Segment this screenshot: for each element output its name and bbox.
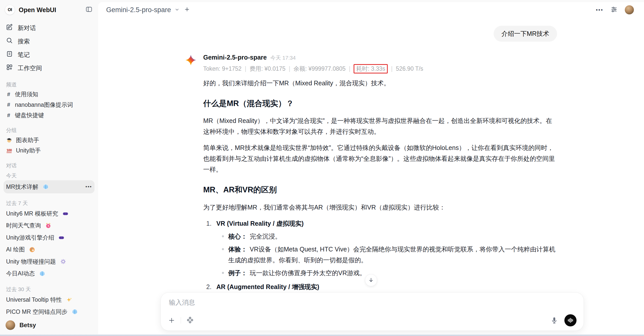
- list-title: AR (Augmented Reality / 增强现实): [216, 281, 319, 292]
- arrow-down-icon: [368, 277, 374, 284]
- channel-item[interactable]: # 键盘快捷键: [4, 110, 95, 120]
- composer-right: [550, 314, 577, 326]
- group-item[interactable]: Unity助手: [4, 145, 95, 156]
- hash-icon: #: [6, 112, 11, 119]
- user-avatar: [6, 320, 15, 330]
- chat-item[interactable]: 时间天气查询: [4, 220, 95, 231]
- sidebar-toggle-button[interactable]: [85, 6, 93, 14]
- alarm-clock-icon: [45, 223, 51, 229]
- sparkles-icon: [66, 297, 72, 303]
- list-title: VR (Virtual Reality / 虚拟现实): [216, 218, 304, 229]
- add-model-button[interactable]: [184, 6, 190, 14]
- workspace-icon: [6, 64, 13, 72]
- waveform-icon: [567, 317, 574, 324]
- channel-item[interactable]: # 使用须知: [4, 89, 95, 99]
- section-title-month: 过去 30 天: [6, 286, 92, 293]
- channel-label: 使用须知: [15, 90, 38, 98]
- chat-item[interactable]: AI 绘图: [4, 244, 95, 255]
- sidebar: OI Open WebUI 新对话 搜索: [0, 0, 98, 336]
- sidebar-item-notes[interactable]: 笔记: [4, 48, 95, 61]
- channel-label: nanobanna图像提示词: [15, 101, 73, 109]
- sidebar-item-new-chat[interactable]: 新对话: [4, 21, 95, 35]
- section-title-today: 今天: [6, 172, 92, 179]
- list-number: 1.: [206, 218, 213, 229]
- chat-label: AI 绘图: [6, 246, 25, 253]
- section-title-groups: 分组: [6, 127, 92, 134]
- app-window: OI Open WebUI 新对话 搜索: [0, 0, 644, 336]
- sidebar-item-label: 新对话: [18, 24, 36, 32]
- user-name: Betsy: [19, 322, 36, 329]
- sidebar-item-search[interactable]: 搜索: [4, 35, 95, 48]
- attach-button[interactable]: [168, 317, 175, 324]
- chat-item[interactable]: Universal Tooltip 特性: [4, 294, 95, 306]
- globe-icon: [39, 271, 45, 277]
- heading-what-is-mr: 什么是MR（混合现实）？: [203, 97, 557, 110]
- sliders-icon: [610, 6, 618, 14]
- overflow-menu-button[interactable]: •••: [596, 7, 603, 13]
- section-title-channels: 频道: [6, 81, 92, 88]
- plus-icon: [184, 6, 190, 14]
- bullet: 核心：完全沉浸。: [221, 231, 557, 242]
- chat-item-selected[interactable]: MR技术详解 •••: [4, 180, 95, 193]
- stat-separator: [245, 65, 246, 72]
- section-title-week: 过去 7 天: [6, 200, 92, 207]
- assistant-name: Gemini-2.5-pro-spare: [203, 54, 267, 61]
- openwebui-logo: OI: [5, 5, 15, 15]
- sidebar-item-workspace[interactable]: 工作空间: [4, 61, 95, 75]
- channel-label: 键盘快捷键: [15, 111, 44, 119]
- chat-label: Unity 物理碰撞问题: [6, 258, 56, 266]
- gear-icon: [60, 259, 66, 265]
- main-area: Gemini-2.5-pro-spare •••: [98, 0, 644, 336]
- sidebar-nav: 新对话 搜索 笔记 工作空间: [4, 21, 95, 75]
- channel-item[interactable]: # nanobanna图像提示词: [4, 99, 95, 110]
- heading-mr-ar-vr: MR、AR和VR的区别: [203, 183, 557, 196]
- chat-label: MR技术详解: [6, 183, 38, 191]
- chat-item-menu[interactable]: •••: [85, 184, 92, 190]
- stat-separator: [349, 65, 350, 72]
- dictate-button[interactable]: [550, 317, 558, 324]
- paragraph: 为了更好地理解MR，我们通常会将其与AR（增强现实）和VR（虚拟现实）进行比较：: [203, 202, 557, 213]
- scroll-to-bottom-button[interactable]: [365, 274, 377, 286]
- user-message: 介绍一下MR技术: [185, 26, 557, 42]
- chat-label: PICO MR 空间锚点同步: [6, 308, 67, 316]
- list-item-vr: 1. VR (Virtual Reality / 虚拟现实) 核心：完全沉浸。 …: [203, 218, 557, 278]
- notes-icon: [6, 50, 13, 59]
- stat-cost: 费用: ¥0.0175: [250, 65, 286, 73]
- hash-icon: #: [6, 91, 11, 98]
- chat-label: Universal Tooltip 特性: [6, 296, 62, 304]
- user-message-bubble: 介绍一下MR技术: [494, 26, 557, 42]
- chat-item[interactable]: Unity游戏引擎介绍: [4, 232, 95, 244]
- model-selector[interactable]: Gemini-2.5-pro-spare: [106, 6, 180, 14]
- globe-icon: [43, 184, 49, 190]
- hash-icon: #: [6, 101, 11, 108]
- diamonds-icon: [186, 317, 194, 324]
- bullet: 例子：玩一款让你仿佛置身于外太空的VR游戏。: [221, 268, 557, 278]
- topbar: Gemini-2.5-pro-spare •••: [98, 2, 644, 18]
- chevron-down-icon: [174, 6, 180, 14]
- chat-item[interactable]: 今日AI动态: [4, 268, 95, 279]
- stat-token: Token: 9+1752: [203, 65, 242, 72]
- user-menu[interactable]: Betsy: [4, 318, 95, 332]
- group-item[interactable]: 图表助手: [4, 135, 95, 145]
- message-input[interactable]: [168, 298, 577, 307]
- user-avatar[interactable]: [625, 5, 634, 14]
- sidebar-header: OI Open WebUI: [4, 4, 95, 16]
- model-name: Gemini-2.5-pro-spare: [106, 6, 171, 14]
- stat-balance: 余额: ¥999977.0805: [293, 65, 346, 73]
- gamepad-icon: [62, 211, 68, 217]
- chat-item[interactable]: Unity 物理碰撞问题: [4, 255, 95, 267]
- microphone-icon: [550, 317, 558, 324]
- chat-label: 时间天气查询: [6, 222, 41, 229]
- chat-item[interactable]: PICO MR 空间锚点同步: [4, 306, 95, 318]
- sidebar-item-label: 搜索: [18, 37, 30, 45]
- sidebar-item-label: 笔记: [18, 51, 30, 59]
- sidebar-item-label: 工作空间: [18, 64, 42, 72]
- chat-item[interactable]: Unity6 MR 模板研究: [4, 208, 95, 220]
- stat-separator: [391, 65, 393, 72]
- composer-toolbar: [168, 314, 577, 326]
- controls-button[interactable]: [610, 6, 618, 14]
- new-chat-icon: [6, 24, 13, 32]
- voice-mode-button[interactable]: [564, 314, 577, 326]
- tools-button[interactable]: [186, 317, 194, 324]
- hundred-points-icon: [6, 148, 12, 154]
